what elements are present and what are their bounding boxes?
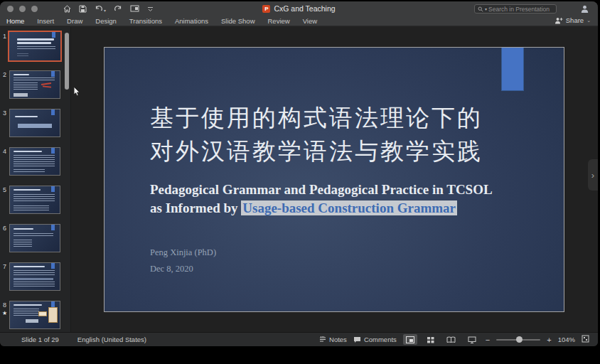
slide-title-chinese[interactable]: 基于使用的构式语法理论下的 对外汉语教学语法与教学实践 (150, 102, 483, 168)
content-area: 1 2 (0, 27, 598, 332)
zoom-in-button[interactable]: + (547, 336, 551, 344)
animation-star-icon: ★ (2, 310, 7, 316)
slide-accent-rectangle[interactable] (501, 48, 524, 91)
expand-panel-button[interactable]: › (588, 159, 598, 191)
zoom-percentage[interactable]: 104% (558, 336, 575, 343)
account-icon[interactable] (580, 4, 589, 16)
zoom-window-button[interactable] (31, 6, 38, 12)
reading-view-button[interactable] (444, 334, 459, 345)
slide-thumbnail[interactable] (9, 262, 60, 291)
undo-dropdown-caret[interactable]: ▾ (104, 9, 106, 13)
fit-slide-button[interactable] (582, 335, 589, 344)
slide-thumbnail-panel: 1 2 (0, 27, 71, 332)
tab-home[interactable]: Home (0, 17, 31, 25)
thumbnail-accent-bar (51, 263, 55, 269)
normal-view-icon (406, 336, 414, 343)
thumbnail-row-4: 4 (0, 146, 70, 178)
thumbnail-accent-bar (51, 71, 55, 77)
tab-slide-show[interactable]: Slide Show (215, 17, 262, 25)
thumbnail-accent-bar (51, 109, 55, 115)
slide-subtitle-line2: as Informed by Usage-based Construction … (150, 199, 493, 218)
zoom-slider[interactable] (496, 339, 540, 341)
thumbnail-number: 2 (3, 71, 6, 78)
comments-button[interactable]: Comments (353, 336, 397, 343)
slide-thumbnail[interactable] (9, 186, 60, 214)
normal-view-button[interactable] (403, 334, 417, 345)
status-right: Notes Comments − + 104% (319, 334, 598, 345)
slide-show-icon (468, 336, 476, 343)
slide-thumbnail[interactable] (9, 301, 60, 329)
slide-subtitle-english[interactable]: Pedagogical Grammar and Pedagogical Prac… (150, 181, 493, 218)
thumbnail-row-3: 3 (0, 108, 70, 139)
status-bar: Slide 1 of 29 English (United States) No… (0, 332, 598, 346)
comments-icon (353, 336, 361, 343)
home-icon[interactable] (63, 5, 71, 13)
share-label: Share (566, 16, 584, 24)
thumbnail-scrollbar[interactable] (65, 33, 69, 90)
quick-access-toolbar: ▾ (63, 5, 154, 13)
mouse-cursor (73, 86, 82, 100)
zoom-slider-knob[interactable] (516, 336, 523, 343)
tab-view[interactable]: View (296, 17, 323, 25)
thumbnail-number: 7 (3, 263, 6, 270)
share-button[interactable]: Share ⌄ (555, 16, 591, 24)
tab-review[interactable]: Review (262, 17, 296, 25)
tab-insert[interactable]: Insert (31, 17, 60, 25)
tab-animations[interactable]: Animations (168, 17, 215, 25)
status-left: Slide 1 of 29 English (United States) (0, 336, 146, 343)
slide-show-button[interactable] (465, 334, 479, 345)
language-label[interactable]: English (United States) (77, 336, 146, 343)
thumbnail-accent-bar (51, 186, 55, 192)
highlighted-text: Usage-based Construction Grammar (241, 200, 457, 215)
save-icon[interactable] (79, 5, 87, 13)
thumbnail-number: 1 (3, 33, 6, 40)
document-title: CxG and Teaching (274, 4, 335, 13)
thumbnail-accent-bar (51, 148, 55, 154)
thumbnail-number: 5 (3, 186, 6, 193)
tab-draw[interactable]: Draw (60, 17, 89, 25)
share-person-icon (555, 17, 563, 24)
switch-windows-icon[interactable] (130, 5, 139, 12)
slide-title-line1: 基于使用的构式语法理论下的 (150, 102, 483, 135)
notes-icon (319, 336, 326, 343)
thumbnail-number: 3 (3, 109, 6, 117)
slide-date: Dec 8, 2020 (150, 261, 216, 277)
thumbnail-row-2: 2 (0, 70, 70, 101)
notes-button[interactable]: Notes (319, 336, 347, 343)
slide-thumbnail[interactable] (8, 31, 62, 62)
thumbnail-number: 4 (3, 148, 6, 155)
title-bar: ▾ P CxG and Teaching ▾ Search in Present… (0, 1, 598, 16)
slide-count-label: Slide 1 of 29 (21, 336, 59, 343)
slide-author: Peng Xinjia (PhD) (150, 245, 216, 261)
search-scope-caret[interactable]: ▾ (485, 7, 487, 11)
slide-thumbnail[interactable] (9, 70, 60, 99)
thumbnail-number: 6 (3, 225, 6, 232)
thumbnail-row-8: 8 ★ (0, 300, 70, 331)
thumbnail-accent-bar (52, 32, 55, 38)
slide-subtitle-line1: Pedagogical Grammar and Pedagogical Prac… (150, 181, 493, 199)
tab-transitions[interactable]: Transitions (123, 17, 168, 25)
slide-author-block[interactable]: Peng Xinjia (PhD) Dec 8, 2020 (150, 245, 216, 277)
slide-thumbnail[interactable] (9, 147, 60, 176)
zoom-out-button[interactable]: − (486, 336, 490, 344)
slide-sorter-icon (427, 336, 434, 343)
toolbar-overflow-icon[interactable] (147, 6, 154, 12)
close-window-button[interactable] (7, 6, 14, 12)
reading-view-icon (446, 336, 456, 343)
slide-thumbnail[interactable] (9, 224, 60, 252)
powerpoint-window: ▾ P CxG and Teaching ▾ Search in Present… (0, 1, 598, 346)
slide-thumbnail[interactable] (9, 109, 60, 137)
search-icon (478, 6, 483, 12)
thumbnail-accent-bar (51, 301, 55, 307)
undo-button[interactable]: ▾ (95, 5, 106, 13)
slide-canvas[interactable]: 基于使用的构式语法理论下的 对外汉语教学语法与教学实践 Pedagogical … (105, 48, 564, 311)
minimize-window-button[interactable] (19, 6, 26, 12)
tab-design[interactable]: Design (89, 17, 123, 25)
thumbnail-row-7: 7 (0, 262, 70, 293)
thumbnail-number: 8 (3, 301, 6, 309)
redo-button[interactable] (114, 5, 122, 13)
window-controls (7, 6, 38, 12)
slide-sorter-view-button[interactable] (424, 334, 438, 345)
search-input[interactable]: ▾ Search in Presentation (474, 4, 557, 14)
slide-editor-area: 基于使用的构式语法理论下的 对外汉语教学语法与教学实践 Pedagogical … (71, 27, 598, 332)
